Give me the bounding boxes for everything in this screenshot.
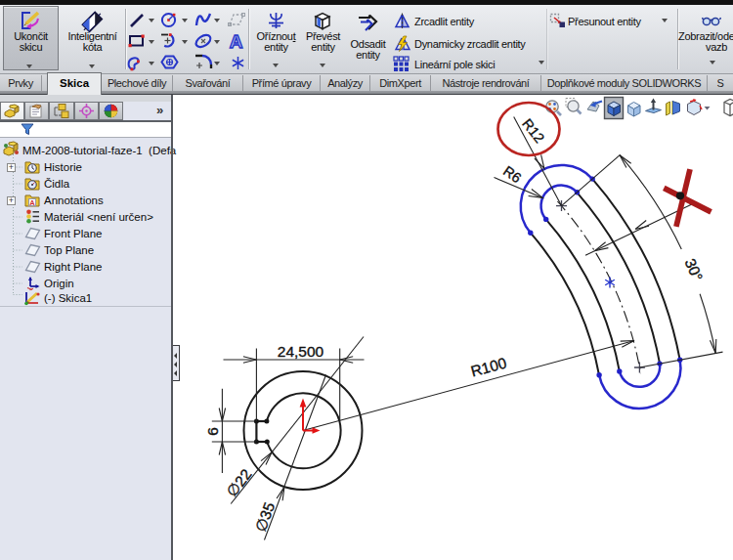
svg-text:∅22: ∅22 <box>223 466 254 500</box>
svg-text:6: 6 <box>204 427 221 436</box>
svg-text:R6: R6 <box>500 163 524 187</box>
svg-text:A: A <box>230 31 243 52</box>
svg-text:24,500: 24,500 <box>278 343 324 360</box>
svg-text:R12: R12 <box>519 115 547 146</box>
svg-text:30°: 30° <box>682 256 707 283</box>
svg-text:A: A <box>29 198 35 207</box>
svg-text:∅35: ∅35 <box>252 500 278 535</box>
